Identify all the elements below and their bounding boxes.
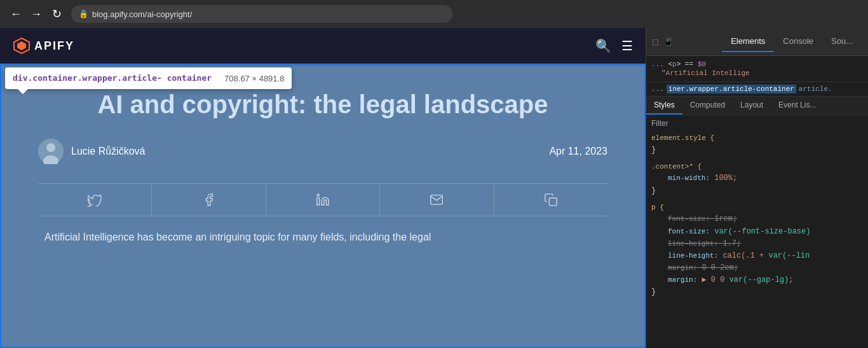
facebook-share-button[interactable] bbox=[152, 184, 266, 216]
browser-toolbar: ← → ↻ 🔒 blog.apify.com/ai-copyright/ bbox=[0, 0, 868, 28]
svg-rect-5 bbox=[317, 198, 320, 205]
css-close-brace-1: } bbox=[651, 144, 863, 157]
css-rule-element-style: element.style { } bbox=[651, 133, 863, 157]
tooltip-arrow bbox=[18, 89, 28, 94]
copy-link-button[interactable] bbox=[494, 184, 607, 216]
apify-logo-icon bbox=[13, 37, 31, 55]
author-info: Lucie Růžičková bbox=[38, 139, 146, 164]
email-share-button[interactable] bbox=[380, 184, 494, 216]
css-close-brace-2: } bbox=[651, 185, 863, 197]
nav-icons: 🔍 ☰ bbox=[595, 38, 633, 53]
tooltip-element-name: div.container.wrapper.article- container bbox=[13, 73, 212, 84]
css-prop-margin-old: margin: 0 0 2em; bbox=[651, 262, 863, 274]
css-selector-p: p { bbox=[651, 202, 863, 214]
author-name: Lucie Růžičková bbox=[71, 146, 146, 157]
styles-tab-computed[interactable]: Computed bbox=[682, 97, 733, 115]
search-icon[interactable]: 🔍 bbox=[595, 38, 611, 53]
inspect-element-icon[interactable]: ⬚ bbox=[653, 36, 658, 47]
lock-icon: 🔒 bbox=[79, 10, 88, 18]
dom-line-1: ... <p> == $0 bbox=[651, 60, 863, 69]
author-avatar bbox=[38, 139, 64, 164]
devtools-toolbar: ⬚ 📱 Elements Console Sou... bbox=[646, 28, 868, 56]
css-prop-line-height-old: line-height: 1.7; bbox=[651, 238, 863, 250]
article-date: Apr 11, 2023 bbox=[549, 146, 607, 157]
css-prop-font-size-old: font-size: 1rem; bbox=[651, 213, 863, 225]
breadcrumb-selected-node[interactable]: iner.wrapper.article-container bbox=[667, 85, 796, 94]
back-button[interactable]: ← bbox=[8, 8, 24, 20]
site-navbar: APIFY 🔍 ☰ bbox=[0, 28, 646, 64]
svg-point-3 bbox=[46, 143, 55, 152]
svg-marker-1 bbox=[17, 41, 26, 50]
menu-icon[interactable]: ☰ bbox=[621, 38, 633, 53]
styles-content: Filter element.style { } .content>* { mi… bbox=[646, 115, 868, 348]
refresh-button[interactable]: ↻ bbox=[48, 8, 65, 20]
devtools-panel: ⬚ 📱 Elements Console Sou... ... <p> == $… bbox=[646, 28, 868, 348]
main-area: APIFY 🔍 ☰ div.container.wrapper.article-… bbox=[0, 28, 868, 348]
article-hero: AI and copyright: the legal landscape Lu… bbox=[0, 64, 646, 246]
css-prop-min-width: min-width: 100%; bbox=[651, 172, 863, 184]
styles-tab-layout[interactable]: Layout bbox=[733, 97, 771, 115]
css-close-brace-3: } bbox=[651, 286, 863, 298]
forward-button[interactable]: → bbox=[28, 8, 44, 20]
element-tooltip: div.container.wrapper.article- container… bbox=[5, 67, 292, 89]
svg-point-6 bbox=[317, 194, 320, 197]
css-selector-element-style: element.style { bbox=[651, 133, 863, 144]
dom-breadcrumb: ... iner.wrapper.article-container artic… bbox=[646, 82, 868, 97]
article-title: AI and copyright: the legal landscape bbox=[38, 89, 607, 120]
breadcrumb-dots: ... bbox=[651, 85, 664, 93]
styles-tab-events[interactable]: Event Lis... bbox=[771, 97, 824, 115]
tab-elements[interactable]: Elements bbox=[722, 31, 774, 52]
dom-viewer: ... <p> == $0 "Artificial Intellige bbox=[646, 56, 868, 82]
twitter-share-button[interactable] bbox=[38, 184, 152, 216]
dom-line-2: "Artificial Intellige bbox=[651, 69, 863, 78]
css-prop-line-height-new: line-height: calc(.1 + var(--lin bbox=[651, 250, 863, 262]
url-text: blog.apify.com/ai-copyright/ bbox=[92, 10, 192, 19]
css-rule-p: p { font-size: 1rem; font-size: var(--fo… bbox=[651, 202, 863, 299]
apify-logo: APIFY bbox=[13, 37, 74, 55]
svg-rect-7 bbox=[549, 198, 557, 205]
website-panel: APIFY 🔍 ☰ div.container.wrapper.article-… bbox=[0, 28, 646, 348]
css-prop-font-size-new: font-size: var(--font-size-base) bbox=[651, 226, 863, 238]
css-selector-content: .content>* { bbox=[651, 162, 863, 173]
address-bar[interactable]: 🔒 blog.apify.com/ai-copyright/ bbox=[71, 5, 452, 23]
article-meta: Lucie Růžičková Apr 11, 2023 bbox=[38, 139, 607, 164]
tab-sources[interactable]: Sou... bbox=[822, 31, 862, 52]
css-prop-margin-new: margin: ▶ 0 0 var(--gap-lg); bbox=[651, 274, 863, 286]
social-icons-row bbox=[38, 183, 607, 216]
nav-buttons: ← → ↻ bbox=[8, 8, 65, 20]
article-excerpt: Artificial Intelligence has become an in… bbox=[38, 229, 607, 246]
devtools-main-tabs: Elements Console Sou... bbox=[722, 31, 862, 52]
breadcrumb-article-node[interactable]: article. bbox=[799, 85, 832, 93]
device-emulation-icon[interactable]: 📱 bbox=[663, 36, 674, 47]
tab-console[interactable]: Console bbox=[774, 31, 822, 52]
tooltip-dimensions: 708.67 × 4891.8 bbox=[224, 74, 284, 83]
filter-label: Filter bbox=[651, 119, 668, 128]
linkedin-share-button[interactable] bbox=[266, 184, 380, 216]
css-rule-content: .content>* { min-width: 100%; } bbox=[651, 162, 863, 197]
styles-panel-tabs: Styles Computed Layout Event Lis... bbox=[646, 97, 868, 115]
filter-bar: Filter bbox=[651, 119, 863, 128]
styles-tab-styles[interactable]: Styles bbox=[646, 97, 682, 115]
logo-text: APIFY bbox=[34, 39, 74, 53]
